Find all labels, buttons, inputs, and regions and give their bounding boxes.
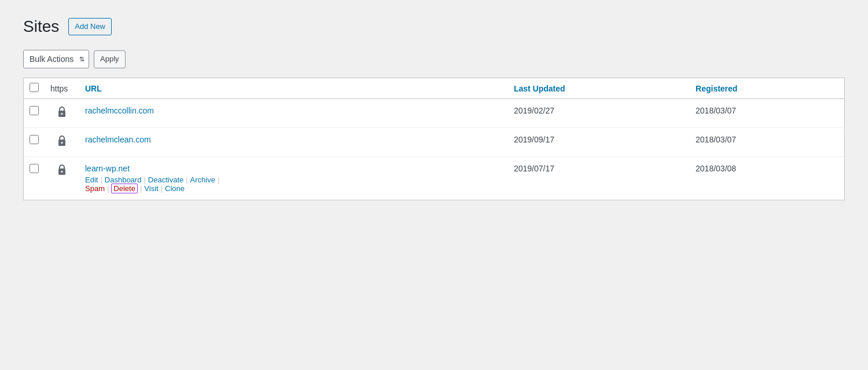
row-checkbox-cell <box>24 157 45 200</box>
separator: | <box>144 175 145 184</box>
svg-point-3 <box>61 142 63 144</box>
site-url-link[interactable]: rachelmclean.com <box>85 135 151 144</box>
last-updated-cell: 2019/09/17 <box>508 128 690 157</box>
row-checkbox[interactable] <box>30 135 39 144</box>
url-cell: learn-wp.netEdit|Dashboard|Deactivate|Ar… <box>79 157 508 200</box>
site-url-link[interactable]: rachelmccollin.com <box>85 106 154 115</box>
row-checkbox[interactable] <box>30 164 39 173</box>
row-checkbox[interactable] <box>30 106 39 115</box>
separator: | <box>161 184 163 193</box>
select-all-checkbox[interactable] <box>30 83 39 92</box>
action-edit-link[interactable]: Edit <box>85 175 98 184</box>
row-checkbox-cell <box>24 99 45 128</box>
last-updated-cell: 2019/07/17 <box>508 157 690 200</box>
url-cell: rachelmclean.com <box>79 128 508 157</box>
apply-button[interactable]: Apply <box>94 50 126 68</box>
https-cell <box>45 157 79 200</box>
site-url-link[interactable]: learn-wp.net <box>85 164 130 173</box>
toolbar: Bulk ActionsDelete ⇅ Apply <box>23 50 845 68</box>
last-updated-cell: 2019/02/27 <box>508 99 690 128</box>
svg-point-5 <box>61 171 63 173</box>
sites-table: https URL Last Updated Registered rachel… <box>24 78 844 200</box>
bulk-actions-wrapper: Bulk ActionsDelete ⇅ <box>23 50 89 68</box>
action-delete-link[interactable]: Delete <box>111 184 138 193</box>
registered-cell: 2018/03/07 <box>690 128 844 157</box>
row-checkbox-cell <box>24 128 45 157</box>
col-header-https: https <box>45 78 79 99</box>
action-spam-link[interactable]: Spam <box>85 184 105 193</box>
bulk-actions-select[interactable]: Bulk ActionsDelete <box>23 50 89 68</box>
registered-cell: 2018/03/07 <box>690 99 844 128</box>
url-cell: rachelmccollin.com <box>79 99 508 128</box>
row-actions-line2: Spam|Delete|Visit|Clone <box>85 184 502 193</box>
lock-icon <box>57 166 67 178</box>
action-clone-link[interactable]: Clone <box>165 184 185 193</box>
row-actions: Edit|Dashboard|Deactivate|Archive|Spam|D… <box>85 175 502 193</box>
lock-icon <box>57 137 67 149</box>
separator: | <box>107 184 109 193</box>
action-dashboard-link[interactable]: Dashboard <box>105 175 142 184</box>
table-row: rachelmccollin.com2019/02/272018/03/07 <box>24 99 844 128</box>
https-cell <box>45 128 79 157</box>
separator: | <box>218 175 219 184</box>
separator: | <box>140 184 142 193</box>
registered-cell: 2018/03/08 <box>690 157 844 200</box>
action-archive-link[interactable]: Archive <box>190 175 215 184</box>
col-header-last-updated[interactable]: Last Updated <box>508 78 690 99</box>
page-title: Sites <box>23 17 59 36</box>
table-row: rachelmclean.com2019/09/172018/03/07 <box>24 128 844 157</box>
separator: | <box>186 175 187 184</box>
svg-point-1 <box>61 113 63 115</box>
row-actions-line1: Edit|Dashboard|Deactivate|Archive| <box>85 175 502 184</box>
sites-table-wrapper: https URL Last Updated Registered rachel… <box>23 78 845 200</box>
https-cell <box>45 99 79 128</box>
col-header-registered[interactable]: Registered <box>690 78 844 99</box>
add-new-button[interactable]: Add New <box>68 18 112 36</box>
separator: | <box>100 175 102 184</box>
action-visit-link[interactable]: Visit <box>144 184 158 193</box>
select-all-header <box>24 78 45 99</box>
table-row: learn-wp.netEdit|Dashboard|Deactivate|Ar… <box>24 157 844 200</box>
lock-icon <box>57 108 67 120</box>
action-deactivate-link[interactable]: Deactivate <box>148 175 183 184</box>
col-header-url[interactable]: URL <box>79 78 508 99</box>
